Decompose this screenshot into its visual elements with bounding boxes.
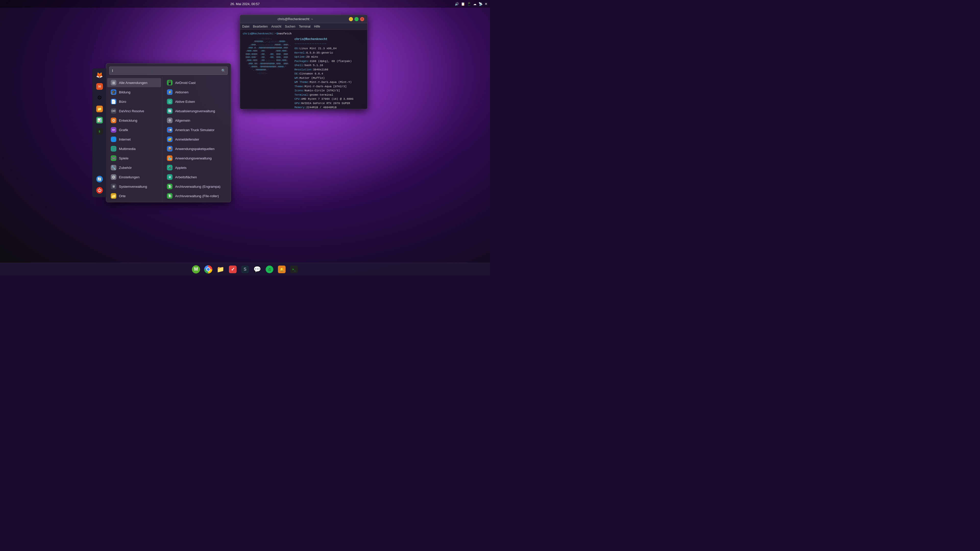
davinci-label: DaVinci Resolve (119, 109, 144, 113)
app-applets[interactable]: 🔌 Applets (163, 163, 230, 172)
ats-icon: 🚛 (167, 127, 172, 133)
dock-activity[interactable]: 📊 (95, 115, 104, 125)
taskbar-files[interactable]: 📁 (215, 264, 226, 275)
menu-item-buero[interactable]: 📄 Büro (107, 97, 161, 106)
terminal-title: chris@Rechenknecht: ~ (243, 17, 347, 21)
datetime-label: 26. Mai 2024, 00:57 (231, 2, 260, 6)
dock-email[interactable]: ✉ (95, 82, 104, 91)
menu-item-davinci[interactable]: DR DaVinci Resolve (107, 106, 161, 116)
spiele-icon: 🎮 (111, 156, 116, 161)
fileroller-label: Archivverwaltung (File-roller) (175, 194, 219, 198)
menu-item-zubehoer[interactable]: 🔧 Zubehör (107, 163, 161, 172)
aktive-ecken-icon: ◱ (167, 99, 172, 104)
network-icon: 📡 (479, 2, 483, 6)
menu-item-all-apps[interactable]: ⊞ Alle Anwendungen (107, 78, 161, 87)
taskbar-whatsapp[interactable]: 💬 (251, 264, 263, 275)
taskbar-steam[interactable]: S (239, 264, 251, 275)
terminal-prompt: chris@Rechenknecht:~$ (243, 32, 278, 36)
taskbar-mint[interactable]: M (190, 264, 202, 275)
app-fileroller[interactable]: 🗜 Archivverwaltung (File-roller) (163, 191, 230, 200)
taskbar-spotify[interactable]: ♫ (264, 264, 275, 275)
app-aktive-ecken[interactable]: ◱ Aktive Ecken (163, 97, 230, 106)
menu-item-internet[interactable]: 🌐 Internet (107, 135, 161, 144)
menu-item-grafik[interactable]: ✏ Grafik (107, 125, 161, 135)
app-verwaltung[interactable]: 🏪 Anwendungsverwaltung (163, 154, 230, 163)
airdroid-label: AirDroid Cast (175, 81, 196, 85)
menu-item-entwicklung[interactable]: ⚙ Entwicklung (107, 116, 161, 125)
buero-icon: 📄 (111, 99, 116, 104)
verwaltung-icon: 🏪 (167, 156, 172, 161)
menu-ansicht[interactable]: Ansicht (271, 25, 281, 28)
arbeitsflaechen-icon: 🖥 (167, 174, 172, 180)
aktionen-icon: ⚡ (167, 89, 172, 95)
dock-timeshift[interactable]: 🔄 (95, 174, 104, 184)
systray: 🔊 📋 📱 ☁ 📡 ✕ (455, 2, 487, 6)
airdroid-icon: 📱 (167, 80, 172, 86)
taskbar-notification[interactable]: 🔔 (276, 264, 287, 275)
aktionen-label: Aktionen (175, 90, 189, 94)
systemverwaltung-icon: 🖥 (111, 184, 116, 189)
taskbar-todoist[interactable]: ✓ (227, 264, 239, 275)
terminal-maximize-button[interactable]: □ (355, 17, 359, 21)
menu-suchen[interactable]: Suchen (285, 25, 295, 28)
paketquellen-label: Anwendungspaketquellen (175, 147, 215, 151)
terminal-command: neofetch (278, 32, 292, 36)
neofetch-info: chris@Rechenknecht ------------------- O… (294, 37, 365, 109)
systemverwaltung-label: Systemverwaltung (119, 185, 147, 189)
menu-item-orte[interactable]: 📁 Orte (107, 191, 161, 200)
app-aktionen[interactable]: ⚡ Aktionen (163, 87, 230, 97)
dock-settings[interactable]: ⚙ (95, 93, 104, 103)
taskbar-terminal[interactable]: >_ (288, 264, 300, 275)
app-authy[interactable]: 🔑 Authy Desktop (163, 201, 230, 202)
app-aktualisierung[interactable]: 🔄 Aktualisierungsverwaltung (163, 106, 230, 116)
zubehoer-icon: 🔧 (111, 165, 116, 170)
dock-sidebar: 🦊 ✉ ⚙ 📁 📊 $ 🔄 ⏻ (92, 68, 107, 197)
terminal-minimize-button[interactable]: ─ (349, 17, 353, 21)
app-allgemein[interactable]: ⚙ Allgemein (163, 116, 230, 125)
entwicklung-label: Entwicklung (119, 119, 137, 122)
dock-terminal[interactable]: $ (95, 127, 104, 136)
menu-terminal[interactable]: Terminal (299, 25, 310, 28)
spiele-label: Spiele (119, 156, 129, 160)
aktualisierung-icon: 🔄 (167, 108, 172, 114)
app-arbeitsflaechen[interactable]: 🖥 Arbeitsflächen (163, 172, 230, 182)
dock-files[interactable]: 📁 (95, 104, 104, 114)
menu-item-spiele[interactable]: 🎮 Spiele (107, 154, 161, 163)
anmeldefenster-icon: 🔐 (167, 137, 172, 142)
app-airdroid[interactable]: 📱 AirDroid Cast (163, 78, 230, 87)
app-anmeldefenster[interactable]: 🔐 Anmeldefenster (163, 135, 230, 144)
menu-bearbeiten[interactable]: Bearbeiten (253, 25, 268, 28)
app-ats[interactable]: 🚛 American Truck Simulator (163, 125, 230, 135)
allgemein-icon: ⚙ (167, 118, 172, 123)
arbeitsflaechen-label: Arbeitsflächen (175, 175, 197, 179)
menu-hilfe[interactable]: Hilfe (314, 25, 320, 28)
close-tray-icon: ✕ (485, 2, 487, 6)
terminal-close-button[interactable]: ✕ (360, 17, 364, 21)
dock-power[interactable]: ⏻ (95, 186, 104, 195)
allgemein-label: Allgemein (175, 119, 190, 122)
buero-label: Büro (119, 100, 126, 103)
neofetch-user: chris@Rechenknecht (294, 37, 365, 41)
menu-item-systemverwaltung[interactable]: 🖥 Systemverwaltung (107, 182, 161, 191)
search-bar: 🔍 (106, 64, 231, 77)
davinci-icon: DR (111, 108, 116, 114)
dock-firefox[interactable]: 🦊 (95, 70, 104, 80)
taskbar-chrome[interactable] (203, 264, 214, 275)
search-input[interactable] (109, 67, 228, 75)
multimedia-icon: 🎵 (111, 146, 116, 151)
search-icon[interactable]: 🔍 (221, 68, 226, 73)
grafik-icon: ✏ (111, 127, 116, 133)
app-menu: 🔍 ⊞ Alle Anwendungen 🎓 Bildung 📄 Büro DR… (106, 63, 231, 202)
app-engrampa[interactable]: 🗜 Archivverwaltung (Engrampa) (163, 182, 230, 191)
phone-icon: 📱 (467, 2, 471, 6)
menu-item-kuerzlich[interactable]: 📂 Kürzlich verwendete Dateien (107, 201, 161, 202)
menu-datei[interactable]: Datei (242, 25, 249, 28)
aktive-ecken-label: Aktive Ecken (175, 100, 195, 103)
app-paketquellen[interactable]: 📦 Anwendungspaketquellen (163, 144, 230, 153)
menu-item-bildung[interactable]: 🎓 Bildung (107, 87, 161, 97)
menu-item-multimedia[interactable]: 🎵 Multimedia (107, 144, 161, 153)
engrampa-icon: 🗜 (167, 184, 172, 189)
cloud-icon: ☁ (473, 2, 476, 6)
zubehoer-label: Zubehör (119, 166, 132, 170)
menu-item-einstellungen[interactable]: ⚙ Einstellungen (107, 172, 161, 182)
